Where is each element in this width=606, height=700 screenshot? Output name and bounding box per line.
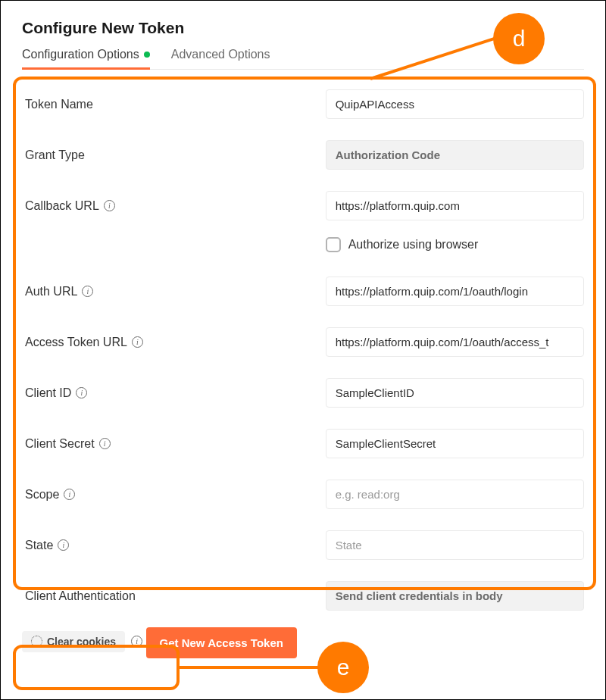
- access-token-url-label: Access Token URL: [25, 336, 127, 349]
- info-icon[interactable]: i: [82, 286, 93, 297]
- tab-label: Configuration Options: [22, 48, 139, 61]
- info-icon[interactable]: i: [131, 636, 142, 647]
- client-auth-label: Client Authentication: [22, 589, 326, 603]
- token-config-window: Configure New Token Configuration Option…: [0, 0, 606, 700]
- clear-cookies-label: Clear cookies: [47, 636, 116, 648]
- info-icon[interactable]: i: [104, 200, 115, 211]
- info-icon[interactable]: i: [76, 387, 87, 398]
- cookie-icon: [31, 636, 42, 647]
- page-title: Configure New Token: [22, 19, 584, 37]
- info-icon[interactable]: i: [99, 438, 111, 449]
- callback-url-input[interactable]: [326, 191, 584, 220]
- client-id-label: Client ID: [25, 386, 71, 400]
- tab-configuration-options[interactable]: Configuration Options: [22, 48, 150, 69]
- token-name-label: Token Name: [22, 98, 326, 111]
- scope-input[interactable]: [326, 480, 584, 509]
- scope-label: Scope: [25, 488, 59, 502]
- auth-url-input[interactable]: [326, 277, 584, 306]
- form-area: Token Name Grant Type Authorization Code…: [22, 70, 584, 615]
- info-icon[interactable]: i: [64, 489, 75, 500]
- grant-type-label: Grant Type: [22, 148, 326, 162]
- grant-type-select[interactable]: Authorization Code: [326, 140, 584, 170]
- access-token-url-input[interactable]: [326, 327, 584, 357]
- info-icon[interactable]: i: [58, 539, 69, 551]
- token-name-input[interactable]: [326, 89, 584, 119]
- get-new-access-token-button[interactable]: Get New Access Token: [146, 627, 297, 658]
- authorize-browser-checkbox[interactable]: [326, 237, 341, 252]
- client-secret-input[interactable]: [326, 429, 584, 458]
- tab-label: Advanced Options: [171, 48, 270, 61]
- footer: Clear cookies i Get New Access Token: [22, 615, 584, 666]
- client-id-input[interactable]: [326, 378, 584, 408]
- client-auth-select[interactable]: Send client credentials in body: [326, 581, 584, 611]
- callback-url-label: Callback URL: [25, 199, 99, 213]
- state-input[interactable]: [326, 530, 584, 560]
- clear-cookies-button[interactable]: Clear cookies: [22, 631, 125, 652]
- client-secret-label: Client Secret: [25, 437, 95, 451]
- info-icon[interactable]: i: [132, 336, 143, 348]
- state-label: State: [25, 539, 53, 552]
- tab-advanced-options[interactable]: Advanced Options: [171, 48, 270, 69]
- authorize-browser-label: Authorize using browser: [348, 238, 479, 252]
- active-dot-icon: [144, 52, 150, 58]
- tabs: Configuration Options Advanced Options: [22, 48, 584, 70]
- auth-url-label: Auth URL: [25, 285, 77, 298]
